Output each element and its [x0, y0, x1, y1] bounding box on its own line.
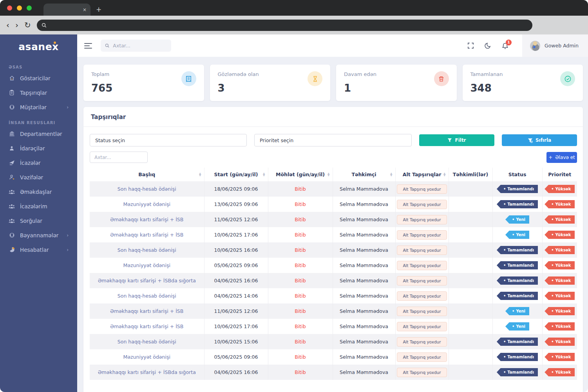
sidebar-item-sorğular[interactable]: Sorğular [0, 213, 77, 228]
task-title[interactable]: Məzuniyyət ödənişi [90, 349, 204, 365]
sidebar-item-label: Müştərilər [20, 104, 47, 110]
stat-card: Gözləmədə olan3 [210, 65, 331, 101]
global-search-input[interactable] [113, 43, 167, 49]
dark-mode-moon-icon[interactable] [485, 42, 491, 49]
app-logo: asanex [0, 34, 77, 59]
sidebar-item-bəyannamələr[interactable]: Bəyannamələr› [0, 228, 77, 242]
filter-button[interactable]: Filtr [419, 134, 494, 146]
new-tab-button[interactable]: + [96, 5, 101, 13]
task-title[interactable]: Əməkhaqqı kartı sifarişi + İSBda sığorta [90, 365, 204, 380]
task-title[interactable]: Məzuniyyət ödənişi [90, 197, 204, 212]
zoom-window-button[interactable] [27, 5, 32, 11]
sidebar-item-label: Hesabatlar [20, 247, 49, 253]
table-row[interactable]: Son haqq-hesab ödənişi10/06/2025 16:06Bi… [90, 242, 577, 258]
table-row[interactable]: Son haqq-hesab ödənişi04/06/2025 14:06Bi… [90, 288, 577, 303]
column-header-5[interactable]: Alt Tapşırıqlar▲▼ [395, 168, 449, 181]
table-row[interactable]: Əməkhaqqı kartı sifarişi + İSBda sığorta… [90, 365, 577, 380]
column-header-2[interactable]: Start (gün/ay/il)▲▼ [204, 168, 268, 181]
main-area: 1 Goweb Admin Toplam765Gözləmədə olan3Da… [77, 34, 588, 392]
task-title[interactable]: Əməkhaqqı kartı sifarişi + İSB [90, 319, 204, 334]
table-row[interactable]: Əməkhaqqı kartı sifarişi + İSB11/06/2025… [90, 303, 577, 319]
table-row[interactable]: Əməkhaqqı kartı sifarişi + İSBda sığorta… [90, 273, 577, 288]
status-badge: •Tamamlandı [497, 353, 538, 361]
priority-select[interactable]: Prioritet seçin [254, 134, 412, 146]
sidebar-item-hesabatlar[interactable]: Hesabatlar› [0, 242, 77, 257]
table-row[interactable]: Əməkhaqqı kartı sifarişi + İSB10/06/2025… [90, 227, 577, 242]
status-badge: •Tamamlandı [497, 338, 538, 346]
table-row[interactable]: Məzuniyyət ödənişi05/06/2025 09:06BitibS… [90, 258, 577, 273]
task-assignees [449, 212, 492, 227]
task-subtasks: Alt Tapşırıq yoxdur [395, 273, 449, 288]
task-assignees [449, 365, 492, 380]
reset-button[interactable]: Sıfırla [502, 134, 577, 146]
table-row[interactable]: Əməkhaqqı kartı sifarişi + İSB11/06/2025… [90, 212, 577, 227]
task-title[interactable]: Əməkhaqqı kartı sifarişi + İSB [90, 303, 204, 319]
table-row[interactable]: Əməkhaqqı kartı sifarişi + İSB10/06/2025… [90, 319, 577, 334]
user-menu[interactable]: Goweb Admin [522, 34, 588, 57]
task-title[interactable]: Son haqq-hesab ödənişi [90, 288, 204, 303]
sort-icon[interactable]: ▲▼ [199, 173, 201, 177]
forward-icon[interactable]: › [15, 21, 18, 29]
task-title[interactable]: Son haqq-hesab ödənişi [90, 242, 204, 258]
sort-icon[interactable]: ▲▼ [263, 173, 265, 177]
task-title[interactable]: Əməkhaqqı kartı sifarişi + İSBda sığorta [90, 273, 204, 288]
sidebar-item-müştərilər[interactable]: Müştərilər› [0, 100, 77, 114]
column-header-3[interactable]: Möhlət (gün/ay/il)▲▼ [268, 168, 333, 181]
global-search[interactable] [101, 40, 171, 52]
task-deadline: Bitib [268, 258, 333, 273]
sidebar-item-göstəricilər[interactable]: Göstəricilər [0, 71, 77, 85]
column-header-4[interactable]: Təhkimçi▲▼ [333, 168, 395, 181]
add-task-button[interactable]: + Əlavə et [546, 152, 577, 163]
headset-icon [9, 104, 15, 110]
sidebar-item-tapşırıqlar[interactable]: Tapşırıqlar [0, 85, 77, 100]
task-status: •Tamamlandı [492, 365, 542, 380]
column-header-1[interactable]: Başlıq▲▼ [90, 168, 204, 181]
table-search-input[interactable] [90, 152, 148, 163]
browser-tab[interactable]: × [43, 4, 90, 16]
task-assigner: Selma Məmmədova [333, 197, 395, 212]
task-start: 05/06/2025 09:06 [204, 349, 268, 365]
table-row[interactable]: Son haqq-hesab ödənişi18/06/2025 09:06Bi… [90, 181, 577, 197]
task-title[interactable]: Son haqq-hesab ödənişi [90, 181, 204, 197]
tab-close-icon[interactable]: × [83, 7, 87, 13]
task-priority: •Yüksək [542, 242, 577, 258]
sort-icon[interactable]: ▲▼ [443, 173, 445, 177]
task-title[interactable]: Məzuniyyət ödənişi [90, 258, 204, 273]
status-badge: •Tamamlandı [497, 292, 538, 300]
task-title[interactable]: Son haqq-hesab ödənişi [90, 334, 204, 349]
sidebar-item-label: Sorğular [20, 218, 42, 224]
priority-badge: •Yüksək [545, 231, 575, 239]
table-row[interactable]: Məzuniyyət ödənişi05/06/2025 09:06BitibS… [90, 349, 577, 365]
task-title[interactable]: Əməkhaqqı kartı sifarişi + İSB [90, 212, 204, 227]
sort-icon[interactable]: ▲▼ [390, 173, 392, 177]
notifications-bell-icon[interactable]: 1 [502, 42, 508, 49]
sidebar-item-əməkdaşlar[interactable]: Əməkdaşlar [0, 184, 77, 199]
sidebar-item-i̇cazələrim[interactable]: İcazələrim [0, 199, 77, 213]
stat-card-value: 3 [218, 82, 323, 94]
sidebar-item-departamentlər[interactable]: Departamentlər [0, 126, 77, 141]
address-bar[interactable] [37, 20, 532, 31]
sort-icon[interactable]: ▲▼ [327, 173, 329, 177]
close-window-button[interactable] [7, 5, 12, 11]
minimize-window-button[interactable] [17, 5, 22, 11]
back-icon[interactable]: ‹ [6, 21, 9, 29]
trash-icon [434, 71, 449, 86]
sidebar-item-vəzifələr[interactable]: Vəzifələr [0, 170, 77, 184]
stat-card: Tamamlanan348 [463, 65, 583, 101]
task-deadline: Bitib [268, 349, 333, 365]
task-subtasks: Alt Tapşırıq yoxdur [395, 365, 449, 380]
task-priority: •Yüksək [542, 349, 577, 365]
sidebar-item-i̇darəçilər[interactable]: İdarəçilər [0, 141, 77, 155]
status-badge: •Tamamlandı [497, 185, 538, 193]
menu-toggle-icon[interactable] [84, 43, 92, 49]
sidebar-item-i̇cazələr[interactable]: İcazələr [0, 155, 77, 170]
fullscreen-icon[interactable] [467, 42, 474, 49]
sidebar-item-label: İdarəçilər [20, 145, 45, 152]
table-row[interactable]: Son haqq-hesab ödənişi10/06/2025 15:06Bi… [90, 334, 577, 349]
people-icon [9, 203, 15, 210]
table-row[interactable]: Məzuniyyət ödənişi13/06/2025 09:06BitibS… [90, 197, 577, 212]
search-icon [42, 23, 47, 28]
status-select[interactable]: Status seçin [90, 134, 247, 146]
task-title[interactable]: Əməkhaqqı kartı sifarişi + İSB [90, 227, 204, 242]
reload-icon[interactable]: ↻ [24, 21, 31, 29]
